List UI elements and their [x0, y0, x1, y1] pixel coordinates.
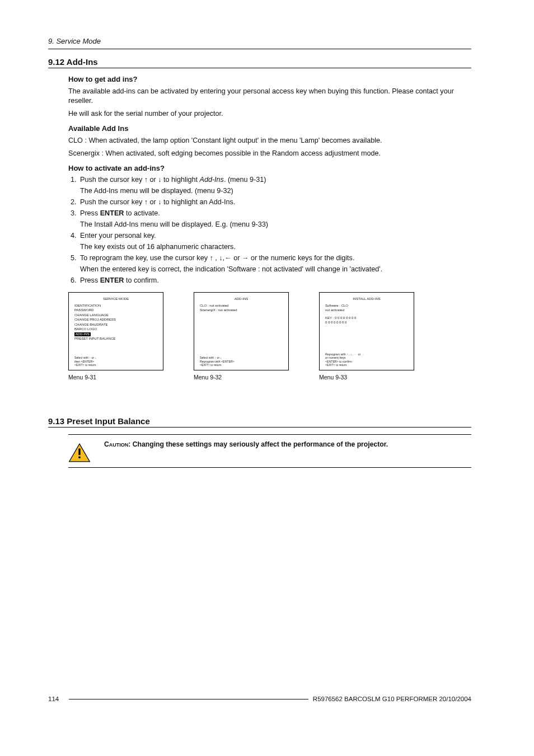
- screens-row: SERVICE MODE IDENTIFICATION PASSWORD CHA…: [68, 292, 471, 381]
- step-1: Push the cursor key ↑ or ↓ to highlight …: [78, 176, 471, 195]
- screen-box-c: INSTALL ADD-INS Software : CLO not activ…: [319, 292, 414, 370]
- screen-c-caption: Menu 9-33: [319, 374, 414, 381]
- paragraph: The available add-ins can be activated b…: [68, 87, 471, 106]
- running-header: 9. Service Mode: [48, 37, 471, 45]
- footer-doc-id: R5976562 BARCOSLM G10 PERFORMER 20/10/20…: [313, 696, 471, 702]
- screen-c: INSTALL ADD-INS Software : CLO not activ…: [319, 292, 414, 381]
- screen-box-b: ADD-INS CLO : not activated ScenergiX : …: [194, 292, 289, 370]
- step-5-note: When the entered key is correct, the ind…: [80, 265, 471, 273]
- paragraph: CLO : When activated, the lamp option 'C…: [68, 136, 471, 145]
- step-4-note: The key exists out of 16 alphanumeric ch…: [80, 243, 471, 251]
- svg-rect-2: [78, 457, 80, 458]
- page: 9. Service Mode 9.12 Add-Ins How to get …: [0, 0, 534, 756]
- svg-rect-1: [78, 449, 80, 456]
- screen-a: SERVICE MODE IDENTIFICATION PASSWORD CHA…: [68, 292, 163, 381]
- section-9-12-title: 9.12 Add-Ins: [48, 57, 471, 67]
- footer-rule: [69, 699, 308, 699]
- section-rule: [48, 68, 471, 68]
- screen-b-caption: Menu 9-32: [194, 374, 289, 381]
- header-rule: [48, 49, 471, 49]
- step-3: Press ENTER to activate. The Install Add…: [78, 209, 471, 228]
- paragraph: Scenergix : When activated, soft edging …: [68, 149, 471, 158]
- paragraph: He will ask for the serial number of you…: [68, 109, 471, 119]
- subhead-available: Available Add Ins: [68, 124, 471, 133]
- page-footer: 114 R5976562 BARCOSLM G10 PERFORMER 20/1…: [48, 696, 471, 702]
- section-9-12-body: How to get add ins? The available add-in…: [68, 75, 471, 284]
- step-2: Push the cursor key ↑ or ↓ to highlight …: [78, 198, 471, 206]
- step-3-note: The Install Add-Ins menu will be display…: [80, 220, 471, 228]
- subhead-how-to-get: How to get add ins?: [68, 75, 471, 83]
- subhead-how-activate: How to activate an add-ins?: [68, 164, 471, 172]
- screen-b: ADD-INS CLO : not activated ScenergiX : …: [194, 292, 289, 381]
- section-rule: [48, 427, 471, 428]
- screen-box-a: SERVICE MODE IDENTIFICATION PASSWORD CHA…: [68, 292, 163, 370]
- screen-a-caption: Menu 9-31: [68, 374, 163, 381]
- step-4: Enter your personal key. The key exists …: [78, 232, 471, 251]
- step-5: To reprogram the key, use the cursor key…: [78, 254, 471, 273]
- warning-icon: [68, 439, 91, 463]
- step-1-note: The Add-Ins menu will be displayed. (men…: [80, 187, 471, 195]
- caution-text: Caution: Changing these settings may ser…: [104, 439, 388, 448]
- step-6: Press ENTER to confirm.: [78, 276, 471, 284]
- page-number: 114: [48, 696, 59, 702]
- section-9-13-title: 9.13 Preset Input Balance: [48, 416, 471, 426]
- caution-block: Caution: Changing these settings may ser…: [68, 434, 471, 468]
- steps-list: Push the cursor key ↑ or ↓ to highlight …: [68, 176, 471, 284]
